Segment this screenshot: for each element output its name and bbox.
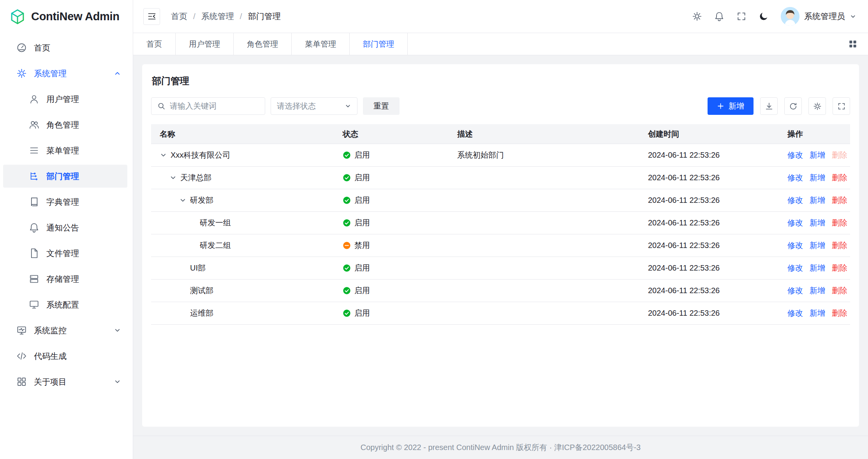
sidebar-item-system-config[interactable]: 系统配置 — [3, 293, 127, 316]
sidebar-label: 部门管理 — [46, 171, 79, 182]
edit-link[interactable]: 修改 — [787, 240, 803, 251]
add-child-link[interactable]: 新增 — [810, 308, 825, 318]
sidebar-item-notice[interactable]: 通知公告 — [3, 216, 127, 239]
tab-home[interactable]: 首页 — [133, 33, 176, 55]
menu-fold-icon — [147, 12, 157, 21]
copyright-text: Copyright © 2022 - present ContiNew Admi… — [361, 442, 641, 453]
sidebar-item-storage-mgmt[interactable]: 存储管理 — [3, 267, 127, 290]
status-badge: 启用 — [343, 195, 449, 206]
row-actions: 修改 新增 删除 — [781, 150, 850, 160]
delete-link[interactable]: 删除 — [832, 172, 847, 183]
dept-name-cell: Xxx科技有限公司 — [151, 150, 334, 160]
delete-link[interactable]: 删除 — [832, 308, 847, 318]
edit-link[interactable]: 修改 — [787, 195, 803, 206]
edit-link[interactable]: 修改 — [787, 285, 803, 296]
sidebar-item-system-monitor[interactable]: 系统监控 — [3, 319, 127, 342]
table-row: 测试部 启用 2024-06-11 22:53:26 修改 新增 删除 — [151, 280, 850, 302]
row-actions: 修改 新增 删除 — [781, 195, 850, 206]
dept-name: Xxx科技有限公司 — [171, 150, 230, 160]
status-label: 启用 — [354, 218, 370, 228]
sidebar-collapse-button[interactable] — [143, 8, 160, 25]
delete-link[interactable]: 删除 — [832, 285, 847, 296]
dept-name-cell: 研发部 — [151, 195, 334, 206]
sidebar-item-user-mgmt[interactable]: 用户管理 — [3, 88, 127, 111]
refresh-button[interactable] — [784, 97, 802, 115]
tab-menu-mgmt[interactable]: 菜单管理 — [292, 33, 350, 55]
add-child-link[interactable]: 新增 — [810, 195, 825, 206]
fullscreen-button[interactable] — [736, 11, 747, 21]
status-label: 启用 — [354, 150, 370, 160]
sidebar-label: 系统配置 — [46, 299, 79, 310]
tab-user-mgmt[interactable]: 用户管理 — [176, 33, 234, 55]
table-fullscreen-button[interactable] — [833, 97, 850, 115]
tab-label: 首页 — [146, 39, 162, 49]
sidebar-item-file-mgmt[interactable]: 文件管理 — [3, 242, 127, 265]
notifications-button[interactable] — [714, 11, 724, 21]
sidebar-menu: 首页 系统管理 用户管理 角色管理 菜单管理 部门管理 字典管理 — [0, 33, 133, 459]
add-child-link[interactable]: 新增 — [810, 150, 825, 160]
delete-link[interactable]: 删除 — [832, 218, 847, 228]
add-child-link[interactable]: 新增 — [810, 240, 825, 251]
dept-name-cell: 运维部 — [151, 308, 334, 318]
delete-link[interactable]: 删除 — [832, 240, 847, 251]
tab-label: 菜单管理 — [305, 39, 336, 49]
delete-link[interactable]: 删除 — [832, 263, 847, 273]
status-badge: 启用 — [343, 150, 449, 160]
users-icon — [29, 120, 39, 130]
edit-link[interactable]: 修改 — [787, 263, 803, 273]
sidebar-item-about[interactable]: 关于项目 — [3, 370, 127, 393]
sidebar-item-dept-mgmt[interactable]: 部门管理 — [3, 165, 127, 188]
breadcrumb-home[interactable]: 首页 — [171, 11, 187, 22]
edit-link[interactable]: 修改 — [787, 308, 803, 318]
search-input[interactable] — [170, 102, 259, 111]
status-badge: 启用 — [343, 172, 449, 183]
add-child-link[interactable]: 新增 — [810, 263, 825, 273]
add-child-link[interactable]: 新增 — [810, 172, 825, 183]
edit-link[interactable]: 修改 — [787, 172, 803, 183]
expand-arrow-icon[interactable] — [169, 174, 177, 181]
status-badge: 启用 — [343, 218, 449, 228]
main-column: 首页 / 系统管理 / 部门管理 系统管理员 — [133, 0, 868, 459]
dept-name-cell: 测试部 — [151, 285, 334, 296]
table-row: 研发二组 禁用 2024-06-11 22:53:26 修改 新增 删除 — [151, 234, 850, 257]
add-child-link[interactable]: 新增 — [810, 285, 825, 296]
add-button[interactable]: 新增 — [708, 97, 754, 115]
expand-arrow-icon[interactable] — [160, 151, 167, 159]
sidebar-item-dict-mgmt[interactable]: 字典管理 — [3, 190, 127, 213]
apps-grid-icon[interactable] — [848, 39, 858, 49]
tab-role-mgmt[interactable]: 角色管理 — [234, 33, 292, 55]
breadcrumb-system-mgmt[interactable]: 系统管理 — [201, 11, 234, 22]
add-child-link[interactable]: 新增 — [810, 218, 825, 228]
edit-link[interactable]: 修改 — [787, 150, 803, 160]
sidebar-item-code-gen[interactable]: 代码生成 — [3, 345, 127, 368]
reset-button[interactable]: 重置 — [363, 97, 400, 115]
expand-arrow-icon[interactable] — [179, 197, 187, 204]
sidebar-item-home[interactable]: 首页 — [3, 36, 127, 59]
dark-mode-toggle[interactable] — [759, 11, 769, 21]
export-button[interactable] — [760, 97, 778, 115]
tab-label: 部门管理 — [363, 39, 394, 49]
status-select[interactable]: 请选择状态 — [271, 97, 357, 115]
delete-link[interactable]: 删除 — [832, 195, 847, 206]
sidebar-label: 系统监控 — [34, 325, 67, 336]
settings-button[interactable] — [692, 11, 702, 21]
bell-icon — [714, 11, 724, 21]
app-logo[interactable]: ContiNew Admin — [0, 0, 133, 33]
edit-link[interactable]: 修改 — [787, 218, 803, 228]
sidebar-item-menu-mgmt[interactable]: 菜单管理 — [3, 139, 127, 162]
column-settings-button[interactable] — [808, 97, 826, 115]
bell-icon — [29, 222, 39, 233]
status-badge: 启用 — [343, 263, 449, 273]
code-icon — [16, 351, 27, 361]
sidebar-item-system-mgmt[interactable]: 系统管理 — [3, 62, 127, 85]
tab-dept-mgmt[interactable]: 部门管理 — [350, 33, 408, 55]
user-icon — [29, 94, 39, 104]
sidebar-item-role-mgmt[interactable]: 角色管理 — [3, 113, 127, 136]
col-header-time: 创建时间 — [639, 129, 781, 139]
page-footer: Copyright © 2022 - present ContiNew Admi… — [133, 436, 868, 459]
user-menu[interactable]: 系统管理员 — [781, 7, 856, 26]
dept-table: 名称 状态 描述 创建时间 操作 Xxx科技有限公司 启用 — [151, 124, 850, 325]
keyword-search — [151, 97, 265, 115]
gear-icon — [813, 102, 822, 111]
status-label: 禁用 — [354, 240, 370, 251]
